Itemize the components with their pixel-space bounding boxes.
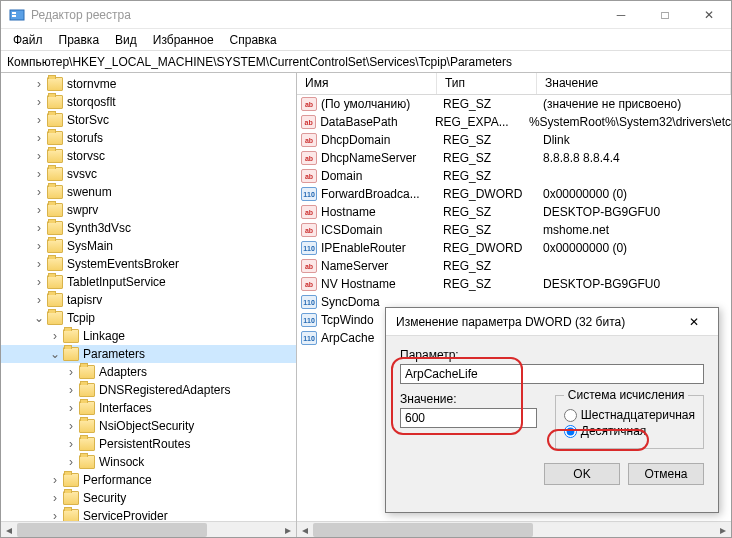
value-row[interactable]: ab(По умолчанию)REG_SZ(значение не присв… <box>297 95 731 113</box>
chevron-right-icon[interactable]: › <box>33 185 45 199</box>
menu-help[interactable]: Справка <box>222 31 285 49</box>
tree-item[interactable]: ›Security <box>1 489 296 507</box>
chevron-right-icon[interactable]: › <box>65 419 77 433</box>
chevron-right-icon[interactable]: › <box>33 95 45 109</box>
value-input[interactable] <box>400 408 537 428</box>
chevron-right-icon[interactable]: › <box>65 383 77 397</box>
tree-item[interactable]: ›storufs <box>1 129 296 147</box>
tree-item[interactable]: ⌄Tcpip <box>1 309 296 327</box>
ok-button[interactable]: OK <box>544 463 620 485</box>
chevron-right-icon[interactable]: › <box>33 167 45 181</box>
chevron-right-icon[interactable]: › <box>33 203 45 217</box>
svg-rect-1 <box>12 12 16 14</box>
tree-item[interactable]: ›SysMain <box>1 237 296 255</box>
value-row[interactable]: abNameServerREG_SZ <box>297 257 731 275</box>
tree-item[interactable]: ›Interfaces <box>1 399 296 417</box>
value-type: REG_EXPA... <box>435 115 529 129</box>
tree-item[interactable]: ›ServiceProvider <box>1 507 296 521</box>
chevron-down-icon[interactable]: ⌄ <box>33 311 45 325</box>
chevron-right-icon[interactable]: › <box>33 221 45 235</box>
tree-item[interactable]: ›tapisrv <box>1 291 296 309</box>
chevron-right-icon[interactable]: › <box>65 455 77 469</box>
folder-icon <box>47 239 63 253</box>
tree-item[interactable]: ›storvsc <box>1 147 296 165</box>
chevron-right-icon[interactable]: › <box>49 491 61 505</box>
chevron-right-icon[interactable]: › <box>33 239 45 253</box>
tree-item[interactable]: ›SystemEventsBroker <box>1 255 296 273</box>
tree-item-label: Security <box>83 491 126 505</box>
tree-item[interactable]: ›swprv <box>1 201 296 219</box>
col-value[interactable]: Значение <box>537 73 731 94</box>
chevron-right-icon[interactable]: › <box>33 293 45 307</box>
menu-file[interactable]: Файл <box>5 31 51 49</box>
dialog-close-button[interactable]: ✕ <box>674 309 714 335</box>
radio-dec[interactable]: Десятичная <box>564 424 695 438</box>
chevron-right-icon[interactable]: › <box>33 257 45 271</box>
folder-icon <box>47 77 63 91</box>
scroll-right-icon[interactable]: ▸ <box>280 522 296 538</box>
tree-item-label: Linkage <box>83 329 125 343</box>
value-row[interactable]: abNV HostnameREG_SZDESKTOP-BG9GFU0 <box>297 275 731 293</box>
value-data: DESKTOP-BG9GFU0 <box>543 277 731 291</box>
column-headers[interactable]: Имя Тип Значение <box>297 73 731 95</box>
scroll-left-icon[interactable]: ◂ <box>1 522 17 538</box>
maximize-button[interactable]: □ <box>643 1 687 29</box>
tree-item[interactable]: ›svsvc <box>1 165 296 183</box>
tree-item[interactable]: ›TabletInputService <box>1 273 296 291</box>
chevron-down-icon[interactable]: ⌄ <box>49 347 61 361</box>
tree-item[interactable]: ›Linkage <box>1 327 296 345</box>
tree-item[interactable]: ›Synth3dVsc <box>1 219 296 237</box>
address-bar[interactable]: Компьютер\HKEY_LOCAL_MACHINE\SYSTEM\Curr… <box>1 51 731 73</box>
value-data: (значение не присвоено) <box>543 97 731 111</box>
tree-item[interactable]: ›swenum <box>1 183 296 201</box>
radio-hex[interactable]: Шестнадцатеричная <box>564 408 695 422</box>
value-row[interactable]: abHostnameREG_SZDESKTOP-BG9GFU0 <box>297 203 731 221</box>
grid-hscroll[interactable]: ◂ ▸ <box>297 521 731 537</box>
tree-item[interactable]: ›Performance <box>1 471 296 489</box>
menu-edit[interactable]: Правка <box>51 31 108 49</box>
chevron-right-icon[interactable]: › <box>49 509 61 521</box>
tree-item[interactable]: ›StorSvc <box>1 111 296 129</box>
col-name[interactable]: Имя <box>297 73 437 94</box>
close-button[interactable]: ✕ <box>687 1 731 29</box>
param-name-input[interactable] <box>400 364 704 384</box>
cancel-button[interactable]: Отмена <box>628 463 704 485</box>
value-row[interactable]: abICSDomainREG_SZmshome.net <box>297 221 731 239</box>
minimize-button[interactable]: ─ <box>599 1 643 29</box>
folder-icon <box>47 113 63 127</box>
tree-item[interactable]: ›DNSRegisteredAdapters <box>1 381 296 399</box>
tree-item[interactable]: ⌄Parameters <box>1 345 296 363</box>
value-row[interactable]: 110IPEnableRouterREG_DWORD0x00000000 (0) <box>297 239 731 257</box>
chevron-right-icon[interactable]: › <box>33 131 45 145</box>
value-row[interactable]: abDataBasePathREG_EXPA...%SystemRoot%\Sy… <box>297 113 731 131</box>
col-type[interactable]: Тип <box>437 73 537 94</box>
chevron-right-icon[interactable]: › <box>49 329 61 343</box>
chevron-right-icon[interactable]: › <box>49 473 61 487</box>
chevron-right-icon[interactable]: › <box>33 275 45 289</box>
tree-item[interactable]: ›PersistentRoutes <box>1 435 296 453</box>
tree-item[interactable]: ›NsiObjectSecurity <box>1 417 296 435</box>
tree-item[interactable]: ›Adapters <box>1 363 296 381</box>
scroll-right-icon[interactable]: ▸ <box>715 522 731 538</box>
tree-item[interactable]: ›storqosflt <box>1 93 296 111</box>
value-row[interactable]: abDhcpNameServerREG_SZ8.8.8.8 8.8.4.4 <box>297 149 731 167</box>
menu-favorites[interactable]: Избранное <box>145 31 222 49</box>
folder-icon <box>79 437 95 451</box>
value-type: REG_SZ <box>443 133 543 147</box>
chevron-right-icon[interactable]: › <box>65 401 77 415</box>
folder-icon <box>47 275 63 289</box>
chevron-right-icon[interactable]: › <box>33 113 45 127</box>
chevron-right-icon[interactable]: › <box>33 77 45 91</box>
chevron-right-icon[interactable]: › <box>33 149 45 163</box>
tree-item[interactable]: ›stornvme <box>1 75 296 93</box>
menu-view[interactable]: Вид <box>107 31 145 49</box>
value-row[interactable]: abDomainREG_SZ <box>297 167 731 185</box>
value-row[interactable]: 110ForwardBroadca...REG_DWORD0x00000000 … <box>297 185 731 203</box>
tree-item[interactable]: ›Winsock <box>1 453 296 471</box>
chevron-right-icon[interactable]: › <box>65 365 77 379</box>
value-row[interactable]: abDhcpDomainREG_SZDlink <box>297 131 731 149</box>
tree-hscroll[interactable]: ◂ ▸ <box>1 521 296 537</box>
tree[interactable]: ›stornvme›storqosflt›StorSvc›storufs›sto… <box>1 73 296 521</box>
chevron-right-icon[interactable]: › <box>65 437 77 451</box>
scroll-left-icon[interactable]: ◂ <box>297 522 313 538</box>
